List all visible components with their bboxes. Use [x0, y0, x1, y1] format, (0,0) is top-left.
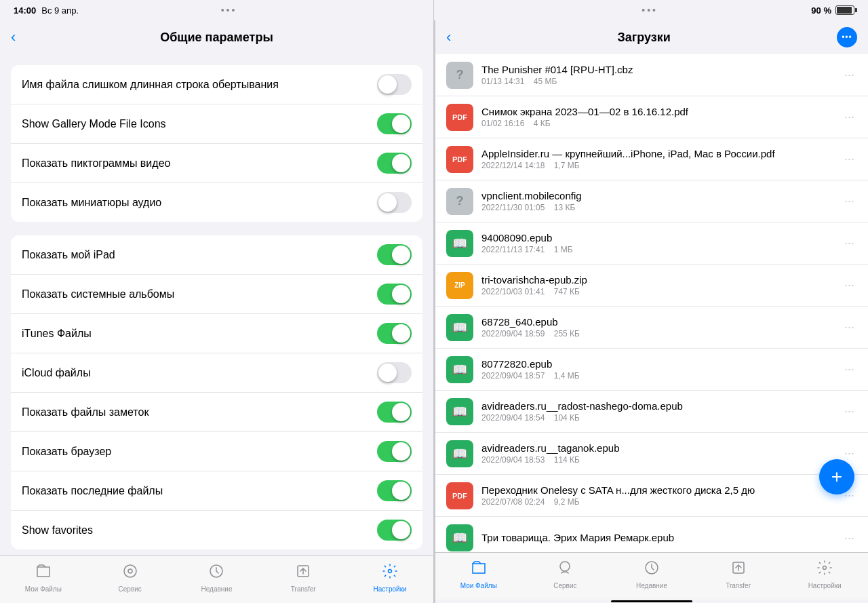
toggle-row10[interactable] — [377, 441, 412, 462]
fab-add-button[interactable]: + — [819, 459, 854, 494]
file-item-2[interactable]: PDF Снимок экрана 2023—01—02 в 16.16.12.… — [435, 96, 868, 138]
tab-label-service-left: Сервис — [119, 585, 142, 593]
toggle-row1[interactable] — [377, 74, 412, 95]
file-more-9[interactable]: ··· — [842, 404, 857, 419]
battery-area: 90 % — [811, 5, 854, 16]
file-icon-5: 📖 — [446, 230, 473, 257]
file-icon-10: 📖 — [446, 440, 473, 467]
file-more-3[interactable]: ··· — [842, 152, 857, 166]
more-options-button[interactable]: ••• — [837, 27, 857, 47]
settings-group-2: Показать мой iPad Показать системные аль… — [11, 235, 422, 549]
file-item-1[interactable]: ? The Punisher #014 [RPU-HT].cbz 01/13 1… — [435, 54, 868, 96]
tab-myfiles-left[interactable]: Мои Файлы — [0, 556, 87, 600]
file-item-7[interactable]: 📖 68728_640.epub 2022/09/04 18:59 255 КБ… — [435, 307, 868, 349]
file-info-10: avidreaders.ru__taganok.epub 2022/09/04 … — [481, 442, 833, 465]
file-meta-6: 2022/10/03 01:41 747 КБ — [481, 287, 833, 296]
file-meta-3: 2022/12/14 14:18 1,7 МБ — [481, 161, 833, 170]
tab-recent-right[interactable]: Недавние — [608, 553, 695, 596]
tab-myfiles-right[interactable]: Мои Файлы — [435, 553, 522, 596]
file-meta-2: 01/02 16:16 4 КБ — [481, 119, 833, 128]
status-time-date: 14:00 Вс 9 апр. — [14, 5, 79, 16]
file-item-4[interactable]: ? vpnclient.mobileconfig 2022/11/30 01:0… — [435, 180, 868, 222]
file-info-1: The Punisher #014 [RPU-HT].cbz 01/13 14:… — [481, 64, 833, 86]
file-more-7[interactable]: ··· — [842, 320, 857, 334]
tab-label-myfiles-left: Мои Файлы — [25, 585, 62, 593]
file-more-1[interactable]: ··· — [842, 68, 857, 82]
file-meta-5: 2022/11/13 17:41 1 МБ — [481, 245, 833, 254]
file-item-12[interactable]: 📖 Три товарища. Эрих Мария Ремарк.epub ·… — [435, 517, 868, 552]
file-name-3: AppleInsider.ru — крупнейший...iPhone, i… — [481, 148, 833, 159]
toggle-row2[interactable] — [377, 113, 412, 134]
file-item-9[interactable]: 📖 avidreaders.ru__radost-nashego-doma.ep… — [435, 391, 868, 433]
row2-label: Show Gallery Mode File Icons — [22, 118, 377, 130]
fab-plus-icon: + — [831, 467, 842, 486]
tab-transfer-left[interactable]: Transfer — [260, 556, 347, 600]
file-item-5[interactable]: 📖 94008090.epub 2022/11/13 17:41 1 МБ ··… — [435, 222, 868, 265]
file-icon-12: 📖 — [446, 524, 473, 551]
settings-row-8: iCloud файлы — [11, 353, 422, 393]
file-info-2: Снимок экрана 2023—01—02 в 16.16.12.pdf … — [481, 106, 833, 128]
settings-row-7: iTunes Файлы — [11, 314, 422, 353]
file-name-7: 68728_640.epub — [481, 316, 833, 328]
file-icon-11: PDF — [446, 482, 473, 509]
toggle-row7[interactable] — [377, 323, 412, 344]
file-info-12: Три товарища. Эрих Мария Ремарк.epub — [481, 532, 833, 545]
file-item-11[interactable]: PDF Переходник Onelesy с SATA н...для же… — [435, 475, 868, 517]
settings-scroll: Имя файла слишком длинная строка обертыв… — [0, 54, 433, 556]
tab-transfer-right[interactable]: Transfer — [695, 553, 782, 596]
file-info-5: 94008090.epub 2022/11/13 17:41 1 МБ — [481, 232, 833, 254]
file-icon-2: PDF — [446, 104, 473, 131]
settings-row-2: Show Gallery Mode File Icons — [11, 104, 422, 144]
file-more-10[interactable]: ··· — [842, 446, 857, 461]
toggle-row11[interactable] — [377, 480, 412, 501]
tab-label-service-right: Сервис — [553, 582, 576, 589]
file-meta-8: 2022/09/04 18:57 1,4 МБ — [481, 371, 833, 381]
file-item-3[interactable]: PDF AppleInsider.ru — крупнейший...iPhon… — [435, 138, 868, 180]
row12-label: Show favorites — [22, 524, 377, 537]
settings-row-9: Показать файлы заметок — [11, 393, 422, 432]
svg-point-4 — [389, 570, 392, 573]
file-item-6[interactable]: ZIP tri-tovarishcha-epub.zip 2022/10/03 … — [435, 265, 868, 307]
file-icon-9: 📖 — [446, 398, 473, 425]
back-button-left[interactable]: ‹ — [11, 28, 16, 46]
tab-settings-right[interactable]: Настройки — [781, 553, 868, 596]
tab-label-recent-right: Недавние — [636, 582, 667, 589]
file-name-4: vpnclient.mobileconfig — [481, 190, 833, 201]
dots-right: ••• — [642, 5, 658, 16]
file-item-10[interactable]: 📖 avidreaders.ru__taganok.epub 2022/09/0… — [435, 433, 868, 475]
tab-settings-left[interactable]: Настройки — [347, 556, 433, 600]
tab-service-right[interactable]: Сервис — [522, 553, 609, 596]
file-name-9: avidreaders.ru__radost-nashego-doma.epub — [481, 400, 833, 412]
settings-icon-right — [816, 560, 833, 580]
back-button-right[interactable]: ‹ — [446, 28, 451, 46]
file-name-8: 80772820.epub — [481, 358, 833, 370]
toggle-row5[interactable] — [377, 244, 412, 265]
settings-icon-left — [382, 563, 398, 583]
myfiles-icon-left — [35, 563, 52, 583]
toggle-row8[interactable] — [377, 362, 412, 383]
file-more-4[interactable]: ··· — [842, 194, 857, 208]
tab-label-settings-left: Настройки — [374, 585, 407, 593]
file-info-4: vpnclient.mobileconfig 2022/11/30 01:05 … — [481, 190, 833, 212]
file-more-5[interactable]: ··· — [842, 236, 857, 250]
left-header: ‹ Общие параметры — [0, 20, 433, 54]
dots-left: ••• — [221, 5, 237, 16]
toggle-row3[interactable] — [377, 153, 412, 174]
toggle-row9[interactable] — [377, 402, 412, 423]
file-item-8[interactable]: 📖 80772820.epub 2022/09/04 18:57 1,4 МБ … — [435, 349, 868, 391]
toggle-row12[interactable] — [377, 520, 412, 541]
tab-recent-left[interactable]: Недавние — [174, 556, 260, 600]
file-more-6[interactable]: ··· — [842, 278, 857, 292]
tab-service-left[interactable]: Сервис — [87, 556, 174, 600]
file-more-2[interactable]: ··· — [842, 110, 857, 124]
toggle-row4[interactable] — [377, 192, 412, 213]
file-meta-1: 01/13 14:31 45 МБ — [481, 77, 833, 86]
left-panel-title: Общие параметры — [160, 31, 273, 45]
file-info-3: AppleInsider.ru — крупнейший...iPhone, i… — [481, 148, 833, 170]
file-more-8[interactable]: ··· — [842, 362, 857, 376]
more-icon: ••• — [842, 33, 852, 42]
status-time: 14:00 — [14, 5, 36, 16]
file-more-12[interactable]: ··· — [842, 531, 857, 545]
file-name-5: 94008090.epub — [481, 232, 833, 244]
toggle-row6[interactable] — [377, 284, 412, 305]
